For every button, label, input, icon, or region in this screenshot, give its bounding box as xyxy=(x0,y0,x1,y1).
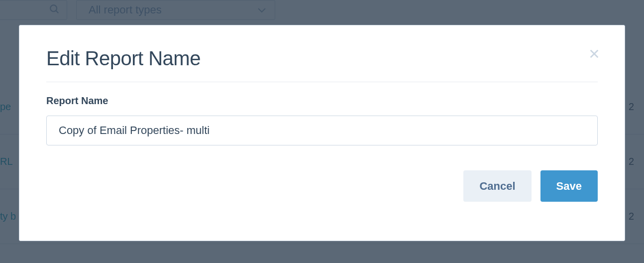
divider xyxy=(46,82,598,82)
close-icon xyxy=(589,48,600,59)
report-name-label: Report Name xyxy=(46,95,598,107)
report-name-input[interactable] xyxy=(46,116,598,145)
modal-title: Edit Report Name xyxy=(46,47,201,70)
modal-header: Edit Report Name xyxy=(46,47,598,70)
cancel-button[interactable]: Cancel xyxy=(463,170,531,202)
modal-footer: Cancel Save xyxy=(46,170,598,202)
close-button[interactable] xyxy=(587,46,602,61)
save-button[interactable]: Save xyxy=(540,170,598,202)
edit-report-name-modal: Edit Report Name Report Name Cancel Save xyxy=(19,25,625,241)
